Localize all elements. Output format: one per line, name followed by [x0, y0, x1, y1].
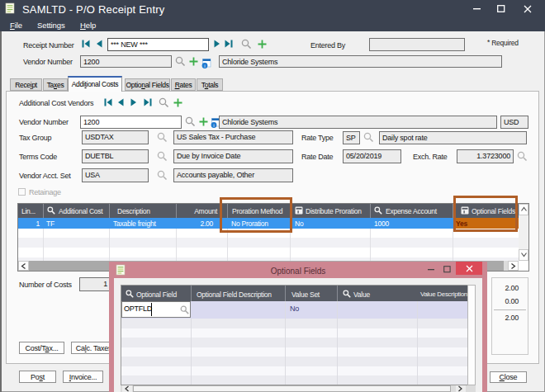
svg-text:i: i — [204, 64, 205, 68]
svg-text:i: i — [213, 123, 214, 128]
